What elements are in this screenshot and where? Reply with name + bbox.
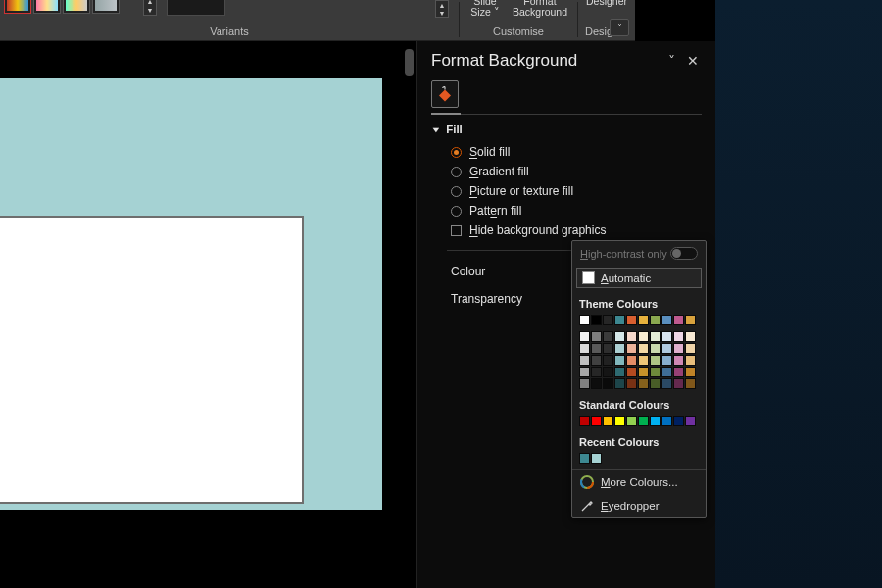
colour-swatch[interactable]: [662, 378, 672, 389]
eyedropper-button[interactable]: Eyedropper: [572, 494, 706, 517]
colour-swatch[interactable]: [626, 343, 637, 354]
variant-gallery[interactable]: [4, 0, 141, 18]
colour-swatch[interactable]: [685, 416, 696, 426]
colour-swatch[interactable]: [685, 378, 696, 389]
fill-option-pattern[interactable]: Pattern fill: [451, 201, 715, 220]
fill-tab-icon[interactable]: [431, 80, 459, 108]
colour-swatch[interactable]: [603, 315, 613, 325]
colour-swatch[interactable]: [662, 331, 672, 342]
fill-option-solid[interactable]: Solid fill: [451, 142, 715, 162]
colour-swatch[interactable]: [662, 416, 672, 426]
colour-swatch[interactable]: [685, 315, 696, 325]
colour-swatch[interactable]: [650, 343, 661, 354]
colour-swatch[interactable]: [603, 416, 613, 426]
colour-swatch[interactable]: [626, 378, 637, 389]
colour-swatch[interactable]: [673, 315, 684, 325]
colour-swatch[interactable]: [626, 416, 637, 426]
colour-swatch[interactable]: [591, 315, 602, 325]
colour-swatch[interactable]: [626, 331, 637, 342]
ribbon-group-label-customise: Customise: [493, 25, 544, 37]
colour-swatch[interactable]: [579, 453, 590, 464]
colour-swatch[interactable]: [603, 378, 613, 389]
colour-swatch[interactable]: [626, 355, 637, 366]
colour-swatch[interactable]: [662, 343, 672, 354]
radio-icon: [451, 167, 462, 177]
colour-swatch[interactable]: [614, 378, 625, 389]
pane-scroll-indicator[interactable]: [405, 49, 415, 88]
colour-swatch[interactable]: [614, 416, 625, 426]
colour-swatch[interactable]: [662, 367, 672, 377]
colour-swatch[interactable]: [638, 315, 649, 325]
colour-swatch[interactable]: [685, 331, 696, 342]
colour-swatch[interactable]: [650, 315, 661, 325]
colour-swatch[interactable]: [638, 416, 649, 426]
colour-swatch[interactable]: [579, 343, 590, 354]
colour-swatch[interactable]: [650, 378, 661, 389]
colour-swatch[interactable]: [638, 367, 649, 377]
pane-options-button[interactable]: ˅: [661, 53, 682, 69]
colour-swatch[interactable]: [685, 367, 696, 377]
colour-swatch[interactable]: [650, 367, 661, 377]
colour-swatch[interactable]: [579, 315, 590, 325]
fill-option-gradient[interactable]: Gradient fill: [451, 162, 715, 181]
colour-swatch[interactable]: [603, 355, 613, 366]
automatic-colour-button[interactable]: Automatic: [576, 268, 702, 288]
fill-section-header[interactable]: ▾ Fill: [417, 115, 715, 140]
eyedropper-icon: [580, 499, 594, 513]
colour-swatch[interactable]: [603, 367, 613, 377]
pane-close-button[interactable]: ✕: [682, 53, 704, 69]
colour-swatch[interactable]: [626, 367, 637, 377]
colour-swatch[interactable]: [591, 378, 602, 389]
colour-swatch[interactable]: [626, 315, 637, 325]
colour-swatch[interactable]: [673, 331, 684, 342]
variant-preview-more-button[interactable]: ▲▼: [435, 0, 449, 18]
designer-button[interactable]: Designer: [582, 0, 631, 7]
colour-swatch[interactable]: [579, 378, 590, 389]
colour-swatch[interactable]: [650, 331, 661, 342]
high-contrast-toggle-row[interactable]: High-contrast only: [572, 241, 706, 266]
colour-swatch[interactable]: [673, 378, 684, 389]
colour-swatch[interactable]: [673, 416, 684, 426]
colour-swatch[interactable]: [591, 343, 602, 354]
colour-swatch[interactable]: [673, 355, 684, 366]
colour-swatch[interactable]: [650, 416, 661, 426]
colour-swatch[interactable]: [638, 343, 649, 354]
colour-swatch[interactable]: [579, 355, 590, 366]
colour-swatch[interactable]: [650, 355, 661, 366]
colour-swatch[interactable]: [662, 315, 672, 325]
colour-swatch[interactable]: [685, 355, 696, 366]
toggle-icon[interactable]: [670, 247, 698, 260]
colour-swatch[interactable]: [685, 343, 696, 354]
colour-swatch[interactable]: [614, 355, 625, 366]
variant-preview[interactable]: [167, 0, 225, 16]
colour-swatch[interactable]: [591, 453, 602, 464]
more-colours-button[interactable]: More Colours...: [572, 470, 706, 494]
fill-option-hide-graphics[interactable]: Hide background graphics: [451, 220, 715, 240]
slide-size-button[interactable]: Slide Size ˅: [465, 0, 506, 18]
slide-canvas[interactable]: H DECK son: [0, 78, 382, 510]
format-background-button[interactable]: Format Background: [508, 0, 572, 18]
colour-swatch[interactable]: [603, 343, 613, 354]
colour-swatch[interactable]: [673, 343, 684, 354]
variant-gallery-more-button[interactable]: ▲▼: [143, 0, 157, 16]
colour-swatch[interactable]: [614, 367, 625, 377]
colour-swatch[interactable]: [614, 331, 625, 342]
colour-swatch[interactable]: [638, 355, 649, 366]
fill-option-picture[interactable]: Picture or texture fill: [451, 181, 715, 201]
colour-swatch[interactable]: [603, 331, 613, 342]
colour-swatch[interactable]: [614, 343, 625, 354]
colour-swatch[interactable]: [591, 355, 602, 366]
colour-swatch[interactable]: [591, 331, 602, 342]
slide[interactable]: H DECK son: [0, 216, 304, 504]
colour-swatch[interactable]: [579, 331, 590, 342]
colour-swatch[interactable]: [614, 315, 625, 325]
colour-swatch[interactable]: [591, 416, 602, 426]
colour-swatch[interactable]: [638, 378, 649, 389]
ribbon-collapse-button[interactable]: ˅: [610, 19, 629, 36]
colour-swatch[interactable]: [591, 367, 602, 377]
colour-swatch[interactable]: [662, 355, 672, 366]
colour-swatch[interactable]: [579, 416, 590, 426]
colour-swatch[interactable]: [673, 367, 684, 377]
colour-swatch[interactable]: [579, 367, 590, 377]
colour-swatch[interactable]: [638, 331, 649, 342]
